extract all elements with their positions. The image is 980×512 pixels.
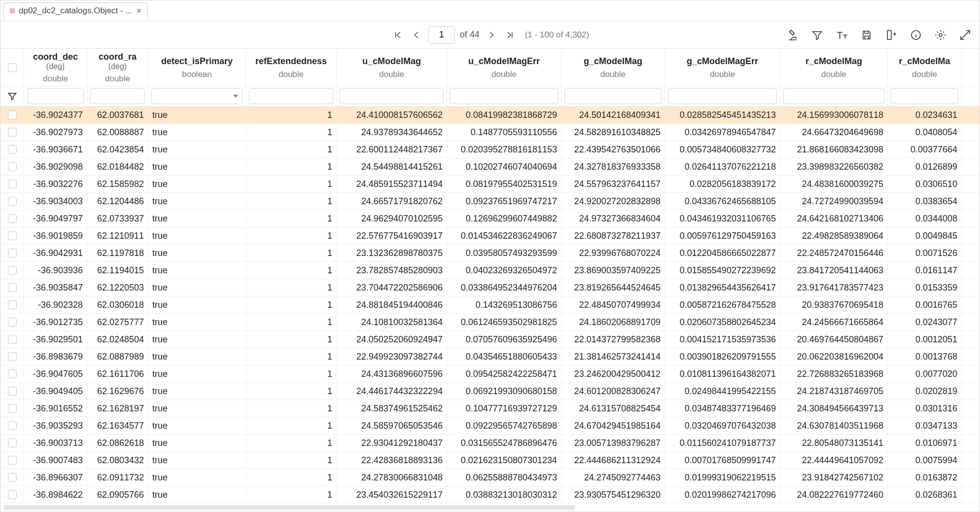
filter-input[interactable] (668, 88, 777, 104)
table-row[interactable]: -36.903667162.0423854true122.60011244821… (0, 141, 980, 158)
microscope-icon[interactable] (785, 28, 800, 42)
table-row[interactable]: -36.902797362.0088887true124.93789343644… (0, 124, 980, 141)
next-page-icon[interactable] (485, 28, 498, 42)
expand-icon[interactable] (958, 28, 973, 42)
checkbox-icon[interactable] (8, 110, 17, 119)
row-select-cell[interactable] (0, 158, 24, 175)
table-row[interactable]: -36.90393662.1194015true123.782857485280… (0, 262, 980, 279)
table-row[interactable]: -36.898462262.0905766true123.45403261522… (0, 486, 980, 503)
table-row[interactable]: -36.901985962.1210911true122.57677541690… (0, 227, 980, 245)
gear-icon[interactable] (933, 28, 948, 42)
checkbox-icon[interactable] (8, 352, 17, 361)
checkbox-icon[interactable] (8, 180, 17, 188)
row-select-cell[interactable] (0, 366, 24, 382)
checkbox-icon[interactable] (8, 335, 17, 344)
filter-select[interactable] (151, 88, 243, 104)
row-select-cell[interactable] (0, 262, 24, 279)
row-select-cell[interactable] (0, 469, 24, 486)
text-size-icon[interactable] (835, 28, 849, 42)
checkbox-icon[interactable] (8, 387, 17, 396)
column-header-u_cModelMagErr[interactable]: u_cModelMagErrdouble (447, 49, 561, 86)
table-row[interactable]: -36.904293162.1197818true123.13236289878… (0, 245, 980, 262)
row-select-cell[interactable] (0, 227, 24, 244)
filter-input[interactable] (27, 88, 84, 104)
row-select-cell[interactable] (0, 400, 24, 417)
table-row[interactable]: -36.900748362.0803432true122.42836818893… (0, 452, 980, 469)
table-row[interactable]: -36.896630762.0911732true124.27830066831… (0, 469, 980, 486)
row-select-cell[interactable] (0, 314, 24, 330)
checkbox-icon[interactable] (8, 421, 17, 430)
table-row[interactable]: -36.902437762.0037681true124.41000815760… (0, 107, 980, 124)
table-row[interactable]: -36.904760562.1611706true124.43136896607… (0, 366, 980, 383)
checkbox-icon[interactable] (8, 318, 17, 327)
info-icon[interactable] (909, 28, 923, 42)
row-select-cell[interactable] (0, 452, 24, 469)
table-row[interactable]: -36.904940562.1629676true124.44617443232… (0, 383, 980, 400)
checkbox-icon[interactable] (8, 300, 17, 309)
table-row[interactable]: -36.901273562.0275777true124.10810032581… (0, 314, 980, 331)
column-header-detect_isPrimary[interactable]: detect_isPrimaryboolean (148, 49, 246, 86)
table-row[interactable]: -36.904979762.0733937true124.96294070102… (0, 210, 980, 227)
horizontal-scrollbar[interactable] (0, 503, 980, 512)
column-header-u_cModelMag[interactable]: u_cModelMagdouble (337, 49, 447, 86)
checkbox-icon[interactable] (8, 473, 17, 482)
filter-input[interactable] (891, 88, 958, 104)
row-select-cell[interactable] (0, 331, 24, 348)
data-grid[interactable]: coord_dec(deg)doublecoord_ra(deg)doubled… (0, 49, 980, 503)
row-select-cell[interactable] (0, 417, 24, 434)
table-row[interactable]: -36.898367962.0887989true122.94992309738… (0, 348, 980, 366)
table-row[interactable]: -36.903529362.1634577true124.58597065053… (0, 417, 980, 435)
row-select-cell[interactable] (0, 486, 24, 503)
filter-input[interactable] (249, 88, 333, 104)
column-header-refExtendedness[interactable]: refExtendednessdouble (246, 49, 337, 86)
checkbox-icon[interactable] (8, 369, 17, 378)
column-header-r_cModelMag[interactable]: r_cModelMagdouble (780, 49, 888, 86)
page-input[interactable] (428, 26, 455, 44)
save-icon[interactable] (859, 28, 874, 42)
checkbox-icon[interactable] (8, 404, 17, 413)
filter-input[interactable] (340, 88, 444, 104)
filter-input[interactable] (783, 88, 884, 104)
checkbox-icon[interactable] (8, 266, 17, 275)
prev-page-icon[interactable] (410, 28, 423, 42)
column-header-r_cModelMagErr[interactable]: r_cModelMadouble (888, 49, 962, 86)
table-row[interactable]: -36.902909862.0184482true124.54498814415… (0, 158, 980, 176)
checkbox-icon[interactable] (8, 249, 17, 257)
checkbox-icon[interactable] (8, 490, 17, 499)
checkbox-icon[interactable] (8, 162, 17, 171)
column-header-g_cModelMagErr[interactable]: g_cModelMagErrdouble (665, 49, 780, 86)
table-row[interactable]: -36.903400362.1204486true124.66571791820… (0, 193, 980, 210)
row-select-cell[interactable] (0, 279, 24, 296)
add-column-icon[interactable] (884, 28, 899, 42)
checkbox-icon[interactable] (8, 128, 17, 137)
row-select-cell[interactable] (0, 435, 24, 451)
checkbox-icon[interactable] (8, 145, 17, 154)
table-row[interactable]: -36.900371362.0862618true122.93041292180… (0, 435, 980, 452)
table-row[interactable]: -36.902950162.0248504true124.05025206092… (0, 331, 980, 348)
last-page-icon[interactable] (503, 28, 517, 42)
column-header-coord_dec[interactable]: coord_dec(deg)double (24, 49, 87, 86)
filter-icon[interactable] (810, 28, 825, 42)
table-row[interactable]: -36.90232862.0306018true124.881845194400… (0, 296, 980, 314)
table-row[interactable]: -36.903227662.1585982true124.48591552371… (0, 176, 980, 193)
tab-active[interactable]: dp02_dc2_catalogs.Object - ... × (3, 2, 148, 19)
row-select-cell[interactable] (0, 141, 24, 158)
row-select-cell[interactable] (0, 210, 24, 227)
row-select-cell[interactable] (0, 176, 24, 192)
table-row[interactable]: -36.901655262.1628197true124.58374961525… (0, 400, 980, 417)
checkbox-icon[interactable] (8, 283, 17, 292)
table-row[interactable]: -36.903584762.1220503true123.70447220258… (0, 279, 980, 296)
checkbox-icon[interactable] (8, 197, 17, 206)
row-select-cell[interactable] (0, 383, 24, 400)
checkbox-icon[interactable] (8, 231, 17, 240)
checkbox-icon[interactable] (8, 439, 17, 447)
close-icon[interactable]: × (137, 6, 142, 16)
row-select-cell[interactable] (0, 348, 24, 365)
row-select-cell[interactable] (0, 107, 24, 123)
checkbox-icon[interactable] (8, 214, 17, 223)
filter-input[interactable] (564, 88, 662, 104)
column-header-coord_ra[interactable]: coord_ra(deg)double (87, 49, 148, 86)
row-select-cell[interactable] (0, 124, 24, 141)
filter-input[interactable] (450, 88, 558, 104)
row-select-cell[interactable] (0, 296, 24, 313)
